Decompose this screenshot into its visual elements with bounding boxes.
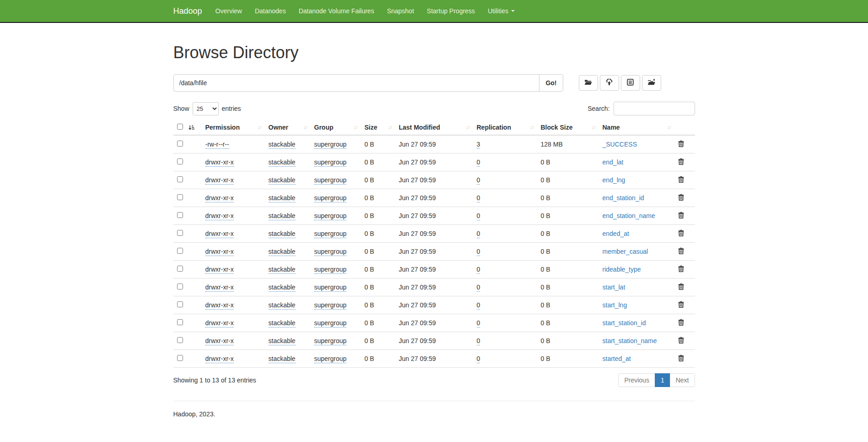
row-checkbox[interactable] — [177, 194, 183, 200]
owner-value[interactable]: stackable — [269, 266, 296, 274]
row-checkbox[interactable] — [177, 337, 183, 343]
row-checkbox[interactable] — [177, 301, 183, 307]
column-header-name[interactable]: Name↓↑ — [599, 120, 674, 135]
pagination-page-1[interactable]: 1 — [655, 373, 670, 387]
permission-value[interactable]: drwxr-xr-x — [205, 212, 234, 220]
column-header-permission[interactable]: Permission↓↑ — [202, 120, 265, 135]
row-checkbox[interactable] — [177, 266, 183, 272]
create-directory-button[interactable] — [579, 75, 598, 91]
group-value[interactable]: supergroup — [314, 248, 347, 256]
go-button[interactable]: Go! — [539, 74, 563, 92]
replication-value[interactable]: 0 — [477, 355, 480, 363]
permission-value[interactable]: drwxr-xr-x — [205, 337, 234, 345]
group-value[interactable]: supergroup — [314, 176, 347, 185]
delete-button[interactable] — [678, 301, 684, 309]
select-all-checkbox[interactable] — [177, 124, 183, 130]
group-value[interactable]: supergroup — [314, 230, 347, 238]
pagination-next[interactable]: Next — [670, 373, 695, 387]
group-value[interactable]: supergroup — [314, 337, 347, 345]
row-checkbox[interactable] — [177, 176, 183, 182]
permission-value[interactable]: drwxr-xr-x — [205, 176, 234, 185]
nav-item-startup-progress[interactable]: Startup Progress — [421, 0, 481, 22]
owner-value[interactable]: stackable — [269, 337, 296, 345]
file-name-link[interactable]: end_station_id — [603, 194, 644, 202]
file-name-link[interactable]: started_at — [603, 355, 631, 362]
permission-value[interactable]: -rw-r--r-- — [205, 141, 229, 149]
permission-value[interactable]: drwxr-xr-x — [205, 355, 234, 363]
replication-value[interactable]: 0 — [477, 284, 480, 292]
permission-value[interactable]: drwxr-xr-x — [205, 194, 234, 202]
replication-value[interactable]: 0 — [477, 230, 480, 238]
pagination-previous[interactable]: Previous — [618, 373, 655, 387]
column-header-replication[interactable]: Replication↓↑ — [473, 120, 537, 135]
delete-button[interactable] — [678, 212, 684, 220]
column-header-owner[interactable]: Owner↓↑ — [265, 120, 311, 135]
group-value[interactable]: supergroup — [314, 355, 347, 363]
replication-value[interactable]: 0 — [477, 319, 480, 327]
nav-item-datanodes[interactable]: Datanodes — [248, 0, 292, 22]
file-name-link[interactable]: start_lng — [603, 301, 627, 309]
group-value[interactable]: supergroup — [314, 284, 347, 292]
delete-button[interactable] — [678, 337, 684, 345]
file-name-link[interactable]: rideable_type — [603, 266, 641, 273]
owner-value[interactable]: stackable — [269, 319, 296, 327]
file-name-link[interactable]: end_lng — [603, 176, 625, 184]
delete-button[interactable] — [678, 176, 684, 184]
permission-value[interactable]: drwxr-xr-x — [205, 284, 234, 292]
group-value[interactable]: supergroup — [314, 266, 347, 274]
row-checkbox[interactable] — [177, 230, 183, 236]
file-name-link[interactable]: start_station_id — [603, 319, 646, 327]
delete-button[interactable] — [678, 247, 684, 256]
file-name-link[interactable]: member_casual — [603, 248, 648, 255]
nav-item-overview[interactable]: Overview — [209, 0, 248, 22]
group-value[interactable]: supergroup — [314, 158, 347, 167]
row-checkbox[interactable] — [177, 355, 183, 361]
group-value[interactable]: supergroup — [314, 319, 347, 327]
owner-value[interactable]: stackable — [269, 248, 296, 256]
group-value[interactable]: supergroup — [314, 141, 347, 149]
permission-value[interactable]: drwxr-xr-x — [205, 248, 234, 256]
replication-value[interactable]: 0 — [477, 248, 480, 256]
row-checkbox[interactable] — [177, 158, 183, 164]
replication-value[interactable]: 3 — [477, 141, 480, 149]
owner-value[interactable]: stackable — [269, 141, 296, 149]
owner-value[interactable]: stackable — [269, 230, 296, 238]
owner-value[interactable]: stackable — [269, 301, 296, 310]
column-header-group[interactable]: Group↓↑ — [311, 120, 361, 135]
move-file-button[interactable] — [642, 75, 661, 91]
replication-value[interactable]: 0 — [477, 337, 480, 345]
delete-button[interactable] — [678, 140, 684, 148]
delete-button[interactable] — [678, 319, 684, 327]
owner-value[interactable]: stackable — [269, 194, 296, 202]
replication-value[interactable]: 0 — [477, 176, 480, 185]
file-name-link[interactable]: end_station_name — [603, 212, 655, 219]
delete-button[interactable] — [678, 158, 684, 166]
search-input[interactable] — [614, 102, 695, 115]
file-name-link[interactable]: start_station_name — [603, 337, 657, 344]
directory-path-input[interactable] — [173, 74, 540, 92]
replication-value[interactable]: 0 — [477, 212, 480, 220]
column-header-last-modified[interactable]: Last Modified↓↑ — [395, 120, 473, 135]
cut-paste-button[interactable] — [621, 75, 640, 91]
delete-button[interactable] — [678, 283, 684, 291]
nav-item-utilities[interactable]: Utilities — [481, 0, 521, 22]
row-checkbox[interactable] — [177, 141, 183, 147]
group-value[interactable]: supergroup — [314, 194, 347, 202]
group-value[interactable]: supergroup — [314, 301, 347, 310]
permission-value[interactable]: drwxr-xr-x — [205, 230, 234, 238]
file-name-link[interactable]: end_lat — [603, 158, 624, 166]
delete-button[interactable] — [678, 265, 684, 273]
file-name-link[interactable]: ended_at — [603, 230, 629, 237]
replication-value[interactable]: 0 — [477, 158, 480, 167]
nav-item-snapshot[interactable]: Snapshot — [381, 0, 421, 22]
row-checkbox[interactable] — [177, 212, 183, 218]
owner-value[interactable]: stackable — [269, 355, 296, 363]
owner-value[interactable]: stackable — [269, 176, 296, 185]
owner-value[interactable]: stackable — [269, 284, 296, 292]
page-size-select[interactable]: 25 — [193, 102, 219, 115]
owner-value[interactable]: stackable — [269, 212, 296, 220]
replication-value[interactable]: 0 — [477, 301, 480, 310]
column-header-block-size[interactable]: Block Size↓↑ — [537, 120, 599, 135]
group-value[interactable]: supergroup — [314, 212, 347, 220]
upload-files-button[interactable] — [600, 75, 619, 91]
